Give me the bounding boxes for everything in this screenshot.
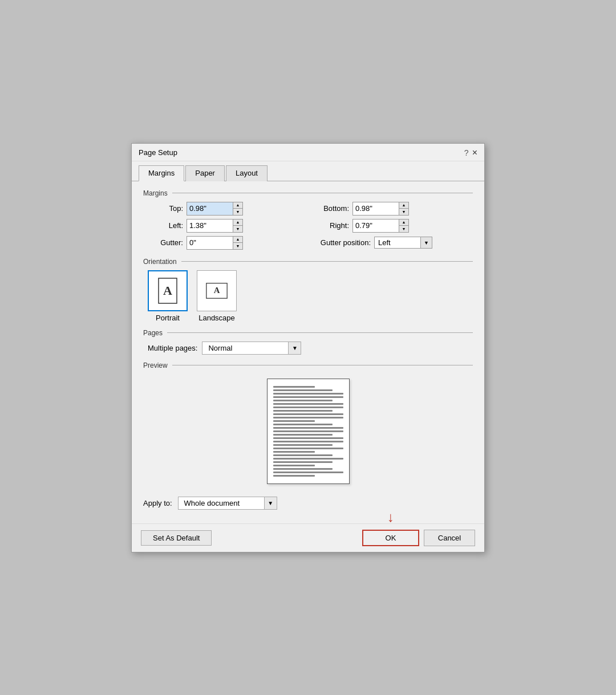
tab-margins[interactable]: Margins — [139, 165, 184, 181]
bottom-input[interactable] — [353, 202, 399, 215]
set-default-button[interactable]: Set As Default — [141, 530, 212, 546]
gutter-pos-field-row: Gutter position: Left ▼ — [314, 236, 468, 250]
ok-button[interactable]: ↓ OK — [362, 530, 419, 546]
apply-to-arrow[interactable]: ▼ — [264, 497, 277, 509]
preview-line-11 — [273, 420, 315, 422]
preview-line-16 — [273, 437, 343, 439]
gutter-spin-down[interactable]: ▼ — [233, 243, 242, 249]
right-input[interactable] — [353, 220, 399, 232]
preview-line-24 — [273, 465, 315, 466]
bottom-field-row: Bottom: ▲ ▼ — [314, 202, 468, 216]
preview-line-8 — [273, 410, 333, 412]
margins-header: Margins — [143, 189, 473, 197]
tab-paper[interactable]: Paper — [185, 165, 225, 181]
close-icon[interactable]: × — [472, 148, 477, 157]
top-label: Top: — [148, 204, 183, 213]
landscape-option[interactable]: A Landscape — [197, 270, 237, 322]
orientation-header: Orientation — [143, 258, 473, 266]
cancel-button[interactable]: Cancel — [424, 530, 475, 546]
top-spin-down[interactable]: ▼ — [233, 209, 242, 215]
landscape-icon: A — [197, 270, 237, 311]
apply-to-label: Apply to: — [143, 499, 172, 507]
preview-line-2 — [273, 389, 333, 391]
tab-bar: Margins Paper Layout — [132, 161, 484, 181]
preview-line-7 — [273, 407, 343, 408]
svg-text:A: A — [214, 286, 220, 295]
bottom-spinner[interactable]: ▲ ▼ — [352, 202, 409, 216]
preview-line-10 — [273, 417, 343, 418]
bottom-spin-up[interactable]: ▲ — [399, 202, 408, 209]
bottom-spinner-buttons: ▲ ▼ — [399, 202, 408, 215]
preview-line-9 — [273, 413, 343, 415]
gutter-pos-arrow[interactable]: ▼ — [420, 237, 432, 248]
left-input[interactable] — [187, 220, 233, 232]
footer: Set As Default ↓ OK Cancel — [132, 523, 484, 552]
gutter-spinner[interactable]: ▲ ▼ — [187, 236, 243, 250]
portrait-icon: A — [148, 270, 188, 311]
pages-section: Pages Multiple pages: Normal ▼ — [143, 329, 473, 355]
left-spinner[interactable]: ▲ ▼ — [187, 219, 243, 233]
left-label: Left: — [148, 221, 183, 230]
gutter-label: Gutter: — [148, 238, 183, 247]
preview-line-4 — [273, 396, 343, 398]
preview-line-26 — [273, 472, 343, 473]
preview-line-14 — [273, 430, 343, 432]
ok-cancel-group: ↓ OK Cancel — [362, 530, 475, 546]
right-field-row: Right: ▲ ▼ — [314, 219, 468, 233]
preview-line-18 — [273, 444, 333, 446]
gutter-pos-dropdown[interactable]: Left ▼ — [374, 237, 432, 249]
portrait-option[interactable]: A Portrait — [148, 270, 188, 322]
preview-line-17 — [273, 441, 343, 442]
gutter-spinner-buttons: ▲ ▼ — [233, 237, 242, 249]
dialog-body: Margins Top: ▲ ▼ Bottom: — [132, 181, 484, 523]
gutter-input[interactable] — [187, 237, 233, 249]
right-spinner[interactable]: ▲ ▼ — [352, 219, 409, 233]
right-spin-up[interactable]: ▲ — [399, 220, 408, 226]
top-field-row: Top: ▲ ▼ — [148, 202, 302, 216]
right-label: Right: — [314, 221, 349, 230]
bottom-label: Bottom: — [314, 204, 349, 213]
title-bar-controls: ? × — [464, 148, 477, 157]
apply-to-value: Whole document — [179, 497, 264, 509]
gutter-spin-up[interactable]: ▲ — [233, 237, 242, 243]
svg-text:A: A — [163, 283, 172, 298]
pages-header: Pages — [143, 329, 473, 337]
preview-line-13 — [273, 427, 343, 429]
left-spin-up[interactable]: ▲ — [233, 220, 242, 226]
gutter-field-row: Gutter: ▲ ▼ — [148, 236, 302, 250]
page-setup-dialog: Page Setup ? × Margins Paper Layout Marg… — [131, 143, 485, 552]
right-spinner-buttons: ▲ ▼ — [399, 220, 408, 232]
preview-line-5 — [273, 400, 333, 401]
ok-arrow-icon: ↓ — [387, 510, 394, 524]
landscape-svg: A — [206, 278, 228, 304]
top-input[interactable] — [187, 202, 233, 215]
preview-line-6 — [273, 403, 343, 405]
preview-line-23 — [273, 461, 333, 463]
preview-header: Preview — [143, 361, 473, 369]
preview-line-19 — [273, 448, 343, 449]
top-spinner-buttons: ▲ ▼ — [233, 202, 242, 215]
bottom-spin-down[interactable]: ▼ — [399, 209, 408, 215]
top-spin-up[interactable]: ▲ — [233, 202, 242, 209]
left-field-row: Left: ▲ ▼ — [148, 219, 302, 233]
tab-layout[interactable]: Layout — [226, 165, 268, 181]
right-spin-down[interactable]: ▼ — [399, 226, 408, 232]
portrait-label: Portrait — [156, 314, 180, 322]
orientation-buttons: A Portrait A Landscape — [143, 270, 473, 322]
portrait-svg: A — [157, 278, 179, 304]
preview-line-27 — [273, 475, 315, 477]
preview-line-21 — [273, 454, 333, 456]
help-icon[interactable]: ? — [464, 148, 469, 157]
multiple-pages-arrow[interactable]: ▼ — [288, 342, 301, 354]
apply-to-select[interactable]: Whole document ▼ — [178, 497, 277, 510]
multiple-pages-label: Multiple pages: — [148, 344, 197, 352]
left-spin-down[interactable]: ▼ — [233, 226, 242, 232]
preview-page — [267, 379, 350, 484]
orientation-section: Orientation A Portrait — [143, 258, 473, 322]
preview-line-3 — [273, 393, 343, 395]
landscape-label: Landscape — [198, 314, 235, 322]
preview-line-25 — [273, 468, 333, 470]
left-spinner-buttons: ▲ ▼ — [233, 220, 242, 232]
top-spinner[interactable]: ▲ ▼ — [187, 202, 243, 216]
multiple-pages-select[interactable]: Normal ▼ — [202, 342, 301, 355]
